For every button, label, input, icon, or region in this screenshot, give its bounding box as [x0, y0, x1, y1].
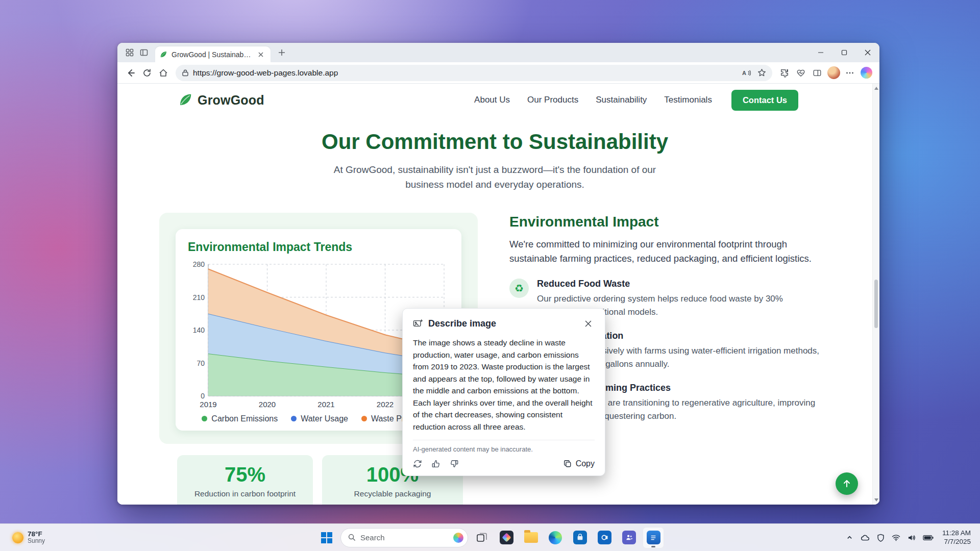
workspaces-icon[interactable] [137, 45, 151, 60]
battery-icon[interactable] [920, 529, 936, 547]
search-label: Search [360, 533, 449, 542]
copilot-icon[interactable] [858, 65, 874, 81]
contact-us-button[interactable]: Contact Us [731, 90, 798, 111]
clock-date: 7/7/2025 [944, 538, 971, 546]
wifi-icon[interactable] [889, 529, 903, 547]
legend-label: Water Usage [301, 414, 348, 423]
taskbar-app-word[interactable] [643, 527, 664, 548]
svg-text:A: A [742, 70, 746, 76]
read-aloud-icon[interactable]: A [742, 69, 751, 77]
scroll-to-top-button[interactable] [836, 472, 858, 495]
legend-dot-icon [291, 416, 297, 421]
weather-temp: 78°F [28, 530, 42, 538]
site-info-lock-icon[interactable] [182, 69, 189, 77]
taskbar-app-task-view[interactable] [471, 527, 493, 548]
scrollbar-thumb[interactable] [874, 280, 878, 328]
search-highlights-icon [453, 533, 463, 543]
favorites-star-icon[interactable] [757, 68, 766, 77]
search-icon [348, 534, 356, 541]
window-controls [809, 43, 879, 62]
stat-label: Reduction in carbon footprint [177, 489, 313, 498]
scrollbar-down-icon[interactable] [873, 496, 879, 504]
taskbar-app-outlook[interactable] [594, 527, 615, 548]
regenerate-icon[interactable] [413, 459, 422, 468]
nav-link-testimonials[interactable]: Testimonials [664, 95, 712, 105]
page-title: Our Commitment to Sustainability [117, 130, 872, 154]
taskbar-app-store[interactable] [569, 527, 591, 548]
split-screen-icon[interactable] [809, 65, 825, 81]
tray-chevron-up-icon[interactable] [844, 529, 855, 547]
profile-avatar[interactable] [825, 65, 842, 81]
taskbar-app-teams[interactable] [618, 527, 640, 548]
legend-label: Carbon Emissions [211, 414, 278, 423]
start-button[interactable] [316, 527, 337, 548]
legend-dot-icon [202, 416, 207, 421]
weather-condition: Sunny [28, 538, 45, 545]
page-scrollbar [872, 84, 879, 505]
popup-close-icon[interactable] [581, 317, 595, 330]
new-tab-button[interactable] [275, 45, 289, 60]
svg-text:2020: 2020 [259, 400, 276, 409]
section-intro: We're committed to minimizing our enviro… [509, 237, 822, 266]
volume-icon[interactable] [905, 529, 918, 547]
browser-window: GrowGood | Sustainable Agri-Foo [117, 43, 879, 505]
site-favicon-leaf-icon [159, 51, 167, 59]
recycle-icon: ♻ [509, 279, 529, 298]
browser-toolbar: https://grow-good-web-pages.lovable.app … [117, 62, 879, 84]
svg-text:2021: 2021 [317, 400, 334, 409]
taskbar-clock[interactable]: 11:28 AM 7/7/2025 [938, 528, 975, 548]
legend-item: Water Usage [291, 414, 348, 423]
taskbar-app-edge[interactable] [545, 527, 566, 548]
clock-time: 11:28 AM [942, 529, 971, 538]
scrollbar-up-icon[interactable] [873, 85, 879, 92]
svg-text:2022: 2022 [377, 400, 394, 409]
legend-dot-icon [361, 416, 367, 421]
extensions-icon[interactable] [776, 65, 793, 81]
thumbs-up-icon[interactable] [431, 459, 440, 468]
describe-image-icon [413, 319, 423, 328]
site-logo[interactable]: GrowGood [178, 92, 264, 108]
popup-body-text: The image shows a steady decline in wast… [413, 337, 595, 433]
section-title: Environmental Impact [509, 214, 822, 230]
browser-tab-strip: GrowGood | Sustainable Agri-Foo [117, 43, 879, 62]
copy-label: Copy [576, 459, 595, 468]
maximize-button[interactable] [832, 43, 856, 62]
thumbs-down-icon[interactable] [450, 459, 459, 468]
edge-logo-icon [549, 531, 562, 544]
stat-value: 75% [177, 463, 313, 486]
refresh-icon[interactable] [139, 65, 155, 81]
tab-title: GrowGood | Sustainable Agri-Foo [172, 51, 251, 59]
home-icon[interactable] [155, 65, 172, 81]
settings-more-icon[interactable] [842, 65, 858, 81]
sun-icon [12, 532, 23, 543]
tab-actions-icon[interactable] [122, 45, 137, 60]
windows-logo-icon [321, 532, 332, 543]
back-icon[interactable] [122, 65, 139, 81]
onedrive-cloud-icon[interactable] [857, 529, 872, 547]
desktop-wallpaper: GrowGood | Sustainable Agri-Foo [0, 0, 980, 551]
taskbar-app-file-explorer[interactable] [520, 527, 542, 548]
minimize-button[interactable] [809, 43, 832, 62]
close-button[interactable] [856, 43, 879, 62]
avatar [827, 66, 840, 79]
svg-text:210: 210 [193, 293, 205, 301]
chart-title: Environmental Impact Trends [188, 240, 449, 254]
nav-link-sustainability[interactable]: Sustainability [596, 95, 647, 105]
stat-label: Recyclable packaging [322, 489, 463, 498]
address-bar[interactable]: https://grow-good-web-pages.lovable.app … [176, 65, 772, 81]
popup-title: Describe image [428, 318, 496, 329]
taskbar-app-photos[interactable] [496, 527, 517, 548]
nav-link-about[interactable]: About Us [474, 95, 510, 105]
svg-text:2019: 2019 [200, 400, 216, 409]
tab-close-icon[interactable] [255, 49, 266, 60]
page-subtitle: At GrowGood, sustainability isn't just a… [319, 162, 671, 192]
weather-widget[interactable]: 78°F Sunny [7, 528, 50, 547]
svg-text:70: 70 [197, 359, 205, 367]
browser-tab[interactable]: GrowGood | Sustainable Agri-Foo [155, 46, 271, 62]
security-shield-icon[interactable] [874, 529, 887, 547]
taskbar-search[interactable]: Search [340, 528, 468, 547]
nav-link-products[interactable]: Our Products [527, 95, 578, 105]
copy-button[interactable]: Copy [564, 459, 595, 468]
browser-essentials-icon[interactable] [793, 65, 809, 81]
taskbar: 78°F Sunny Search [0, 523, 980, 551]
